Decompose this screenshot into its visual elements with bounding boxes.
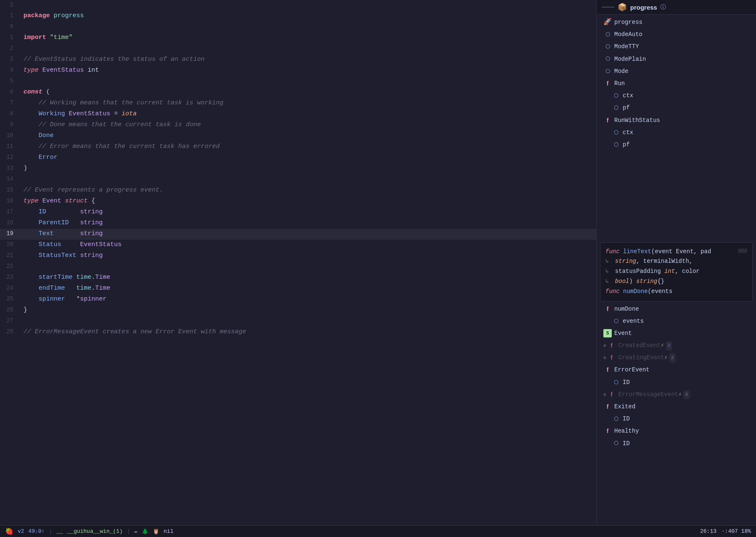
line-16: 16 type Event struct {	[0, 196, 596, 207]
outline-label-healthy: Healthy	[614, 426, 639, 436]
cube-icon-healthy-id: ⬡	[612, 439, 620, 448]
outline-label-progress: progress	[614, 17, 642, 28]
outline-item-rws-pf[interactable]: ⬡ pf	[597, 139, 756, 151]
outline-item-healthy[interactable]: f Healthy	[597, 425, 756, 437]
func-params-1: (event Event, pad	[651, 248, 711, 255]
outline-item-healthy-id[interactable]: ⬡ ID	[597, 438, 756, 450]
badge-createdevent: 2	[666, 341, 672, 350]
cube-icon-errorevent-id: ⬡	[612, 378, 620, 387]
outline-label-event-struct: Event	[614, 328, 632, 339]
status-left: 🍓 v2 49↓0↑ | __ __guihua__win_(1) | ✏ 🌲 …	[5, 527, 695, 536]
dot-icon-creatingevent: ◉	[603, 354, 606, 362]
func-icon-createdevent: f	[608, 342, 616, 350]
outline-package-icon: 📦	[618, 3, 627, 12]
line-26: 26 }	[0, 305, 596, 316]
func-sig-line3: ↳ statusPadding int, color	[605, 267, 747, 277]
func-sig-dots: @@@	[738, 247, 747, 255]
func-rettype: string	[636, 278, 657, 285]
outline-item-modetty[interactable]: ⬡ ModeTTY	[597, 41, 756, 53]
outline-label-errorevent-id: ID	[623, 377, 630, 388]
outline-header: 📦 progress ⓘ	[597, 0, 756, 15]
outline-label-modeplain: ModePlain	[614, 54, 646, 65]
func-type-int: int	[664, 268, 675, 275]
outline-item-modeauto[interactable]: ⬡ ModeAuto	[597, 29, 756, 41]
outline-label-events: events	[623, 316, 644, 327]
func-arrow-2: ↳	[605, 268, 609, 275]
line-4: 4 type EventStatus int	[0, 65, 596, 76]
outline-label-modetty: ModeTTY	[614, 42, 639, 52]
status-counts: 49↓0↑	[29, 528, 45, 534]
code-editor[interactable]: 2 1 package progress 8 1 import "time" 2	[0, 0, 597, 525]
outline-item-events[interactable]: ⬡ events	[597, 315, 756, 327]
func-icon-run: f	[603, 80, 612, 88]
outline-item-exited[interactable]: f Exited	[597, 401, 756, 413]
outline-item-errormessageevent[interactable]: ◉ f ErrorMessageEvent ⚡3	[597, 389, 756, 401]
outline-label-rws-ctx: ctx	[623, 127, 633, 138]
line-8: 8 Working EventStatus = iota	[0, 109, 596, 120]
func-param-color: , color	[675, 268, 700, 275]
outline-item-errorevent-id[interactable]: ⬡ ID	[597, 376, 756, 389]
line-1: 1 package progress	[0, 11, 596, 22]
line-22: 22	[0, 262, 596, 272]
line-9: 9 // Done means that the current task is…	[0, 120, 596, 131]
outline-header-line	[602, 7, 614, 8]
outline-item-progress[interactable]: 🚀 progress	[597, 16, 756, 29]
outline-label-exited-id: ID	[623, 414, 630, 424]
func-keyword-1: func	[605, 248, 620, 255]
line-28: 28 // ErrorMessageEvent creates a new Er…	[0, 327, 596, 338]
line-18: 18 ParentID string	[0, 218, 596, 229]
outline-bottom-list: f numDone ⬡ events S Event ◉ f CreatedEv…	[597, 303, 756, 526]
cube-icon-modetty: ⬡	[603, 43, 612, 51]
status-position: 26:13	[700, 528, 717, 534]
outline-item-rws-ctx[interactable]: ⬡ ctx	[597, 127, 756, 139]
func-keyword-2: func	[605, 288, 620, 295]
rocket-icon: 🚀	[603, 18, 612, 27]
outline-item-createdevent[interactable]: ◉ f CreatedEvent ⚡2	[597, 340, 756, 352]
func-sig-line2: ↳ string, terminalWidth,	[605, 257, 747, 267]
struct-icon-event: S	[603, 329, 612, 337]
outline-item-errorevent[interactable]: f ErrorEvent	[597, 364, 756, 376]
func-brace: {}	[657, 278, 665, 285]
cube-icon-exited-id: ⬡	[612, 415, 620, 423]
line-8a: 8	[0, 22, 596, 33]
func-sig-line4: ↳ bool) string{}	[605, 277, 747, 287]
outline-label-run-pf: pf	[623, 103, 630, 113]
lightning-icon-createdevent: ⚡	[660, 340, 664, 351]
func-type-string: string	[615, 258, 636, 265]
status-version: v2	[18, 528, 24, 534]
pencil-icon: ✏	[134, 528, 138, 535]
func-icon-numdone: f	[603, 305, 612, 313]
outline-label-exited: Exited	[614, 402, 635, 412]
outline-item-numdone[interactable]: f numDone	[597, 303, 756, 315]
status-right: 26:13 ·:407 18%	[700, 528, 751, 534]
line-14: 14	[0, 174, 596, 185]
line-3: 3 // EventStatus indicates the status of…	[0, 54, 596, 65]
outline-item-mode[interactable]: ⬡ Mode	[597, 65, 756, 78]
outline-item-run-pf[interactable]: ⬡ pf	[597, 102, 756, 114]
outline-item-run-ctx[interactable]: ⬡ ctx	[597, 90, 756, 102]
func-sig-line5: func numDone(events	[605, 287, 747, 297]
status-nil: nil	[164, 528, 173, 534]
line-15: 15 // Event represents a progress event.	[0, 185, 596, 196]
outline-item-run[interactable]: f Run	[597, 78, 756, 90]
line-21: 21 StatusText string	[0, 251, 596, 262]
dot-icon-errormessage: ◉	[603, 391, 606, 399]
outline-item-exited-id[interactable]: ⬡ ID	[597, 413, 756, 425]
outline-item-event-struct[interactable]: S Event	[597, 327, 756, 340]
func-icon-healthy: f	[603, 427, 612, 436]
line-blank-2: 2	[0, 44, 596, 54]
func-sig-panel: func lineText(event Event, pad@@@ ↳ stri…	[600, 242, 753, 301]
outline-item-runwithstatus[interactable]: f RunWithStatus	[597, 114, 756, 127]
cube-icon-events: ⬡	[612, 317, 620, 325]
func-icon-errormessageevent: f	[608, 390, 616, 399]
cube-icon-rws-ctx: ⬡	[612, 128, 620, 137]
status-sep-1: |	[49, 528, 52, 534]
badge-creatingevent: 2	[669, 353, 675, 363]
lightning-icon-errormessage: ⚡	[678, 389, 681, 400]
info-icon[interactable]: ⓘ	[660, 3, 666, 11]
cube-icon-rws-pf: ⬡	[612, 140, 620, 149]
line-2: 2	[0, 0, 596, 11]
line-24: 24 endTime time.Time	[0, 283, 596, 294]
outline-item-creatingevent[interactable]: ◉ f CreatingEvent ⚡2	[597, 352, 756, 364]
outline-item-modeplain[interactable]: ⬡ ModePlain	[597, 53, 756, 65]
